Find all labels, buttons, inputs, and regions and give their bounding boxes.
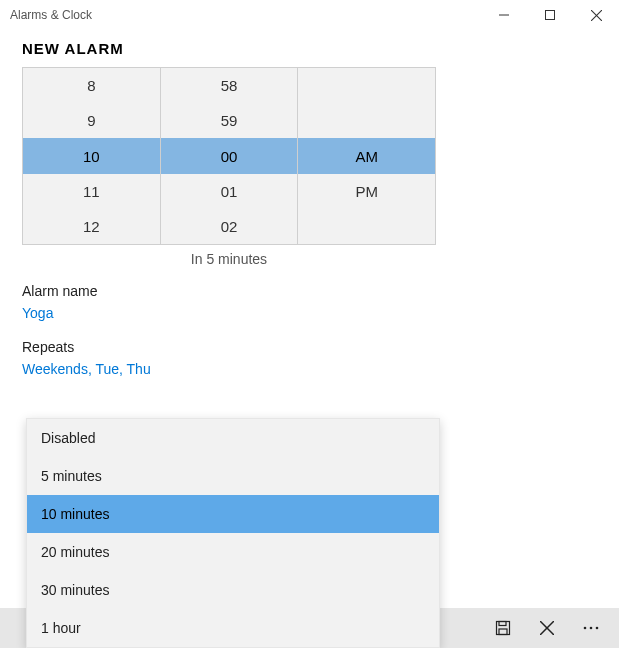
svg-rect-5: [499, 622, 506, 626]
hour-option-selected[interactable]: 10: [23, 138, 160, 174]
app-title: Alarms & Clock: [10, 8, 481, 22]
snooze-option-30min[interactable]: 30 minutes: [27, 571, 439, 609]
minute-column[interactable]: 58 59 00 01 02: [161, 68, 299, 244]
alarm-name-label: Alarm name: [22, 283, 597, 299]
close-window-button[interactable]: [573, 0, 619, 30]
svg-point-11: [596, 627, 599, 630]
close-icon: [540, 621, 554, 635]
svg-point-10: [590, 627, 593, 630]
alarm-name-value[interactable]: Yoga: [22, 305, 597, 321]
snooze-option-5min[interactable]: 5 minutes: [27, 457, 439, 495]
snooze-dropdown[interactable]: Disabled 5 minutes 10 minutes 20 minutes…: [26, 418, 440, 648]
minute-option[interactable]: 59: [161, 103, 298, 139]
save-icon: [495, 620, 511, 636]
snooze-option-disabled[interactable]: Disabled: [27, 419, 439, 457]
more-button[interactable]: [569, 608, 613, 648]
snooze-option-20min[interactable]: 20 minutes: [27, 533, 439, 571]
minimize-button[interactable]: [481, 0, 527, 30]
svg-rect-6: [499, 629, 507, 635]
content-area: NEW ALARM 8 9 10 11 12 58 59 00 01 02 AM…: [0, 30, 619, 377]
hour-option[interactable]: 9: [23, 103, 160, 139]
time-helper-text: In 5 minutes: [22, 251, 436, 267]
hour-option[interactable]: 8: [23, 68, 160, 103]
hour-option[interactable]: 11: [23, 174, 160, 210]
window-titlebar: Alarms & Clock: [0, 0, 619, 30]
page-title: NEW ALARM: [22, 40, 597, 57]
ampm-spacer: [298, 103, 435, 139]
ampm-option-selected[interactable]: AM: [298, 138, 435, 174]
snooze-option-10min[interactable]: 10 minutes: [27, 495, 439, 533]
minute-option[interactable]: 01: [161, 174, 298, 210]
minute-option[interactable]: 58: [161, 68, 298, 103]
maximize-button[interactable]: [527, 0, 573, 30]
hour-column[interactable]: 8 9 10 11 12: [23, 68, 161, 244]
snooze-option-1hour[interactable]: 1 hour: [27, 609, 439, 647]
minute-option-selected[interactable]: 00: [161, 138, 298, 174]
save-button[interactable]: [481, 608, 525, 648]
repeats-value[interactable]: Weekends, Tue, Thu: [22, 361, 597, 377]
cancel-button[interactable]: [525, 608, 569, 648]
more-icon: [583, 626, 599, 630]
hour-option[interactable]: 12: [23, 209, 160, 244]
svg-point-9: [584, 627, 587, 630]
ampm-column[interactable]: AM PM: [298, 68, 435, 244]
ampm-spacer: [298, 68, 435, 103]
repeats-label: Repeats: [22, 339, 597, 355]
window-controls: [481, 0, 619, 30]
svg-rect-1: [546, 11, 555, 20]
time-picker[interactable]: 8 9 10 11 12 58 59 00 01 02 AM PM: [22, 67, 436, 245]
ampm-spacer: [298, 209, 435, 244]
minute-option[interactable]: 02: [161, 209, 298, 244]
ampm-option[interactable]: PM: [298, 174, 435, 210]
